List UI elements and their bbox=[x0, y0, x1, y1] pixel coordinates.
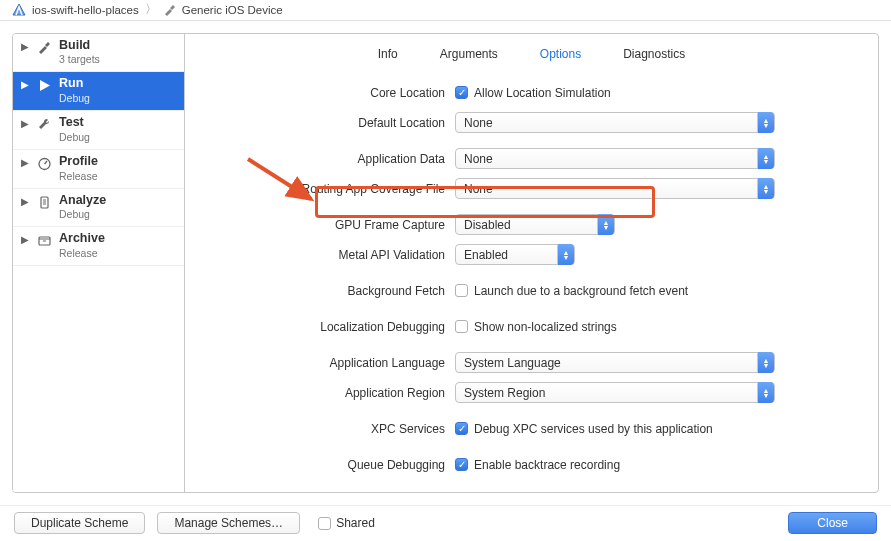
main-area: ▶ Build3 targets ▶ RunDebug ▶ TestDebug … bbox=[0, 21, 891, 505]
chevron-updown-icon: ▲▼ bbox=[757, 352, 774, 373]
queue-debugging-label: Queue Debugging bbox=[185, 458, 455, 472]
default-location-select[interactable]: None▲▼ bbox=[455, 112, 775, 133]
duplicate-scheme-button[interactable]: Duplicate Scheme bbox=[14, 512, 145, 534]
sidebar-item-label: Test bbox=[59, 116, 90, 130]
sidebar-item-analyze[interactable]: ▶ AnalyzeDebug bbox=[13, 189, 184, 228]
scheme-sidebar: ▶ Build3 targets ▶ RunDebug ▶ TestDebug … bbox=[13, 34, 185, 492]
manage-schemes-button[interactable]: Manage Schemes… bbox=[157, 512, 300, 534]
sidebar-item-label: Build bbox=[59, 39, 100, 53]
hammer-icon bbox=[163, 3, 176, 16]
play-icon bbox=[37, 77, 53, 93]
application-data-select[interactable]: None▲▼ bbox=[455, 148, 775, 169]
gpu-frame-capture-label: GPU Frame Capture bbox=[185, 218, 455, 232]
disclosure-triangle-icon[interactable]: ▶ bbox=[21, 39, 31, 52]
sidebar-item-archive[interactable]: ▶ ArchiveRelease bbox=[13, 227, 184, 266]
sidebar-item-subtitle: Debug bbox=[59, 208, 106, 220]
wrench-icon bbox=[37, 116, 53, 132]
application-language-select[interactable]: System Language▲▼ bbox=[455, 352, 775, 373]
tab-options[interactable]: Options bbox=[534, 43, 587, 65]
gpu-frame-capture-select[interactable]: Disabled▲▼ bbox=[455, 214, 615, 235]
scheme-editor-window: ios-swift-hello-places 〉 Generic iOS Dev… bbox=[0, 0, 891, 541]
breadcrumb-project[interactable]: ios-swift-hello-places bbox=[32, 4, 139, 16]
gauge-icon bbox=[37, 155, 53, 171]
disclosure-triangle-icon[interactable]: ▶ bbox=[21, 116, 31, 129]
queue-checkbox[interactable] bbox=[455, 458, 468, 471]
allow-location-simulation-checkbox[interactable] bbox=[455, 86, 468, 99]
tab-diagnostics[interactable]: Diagnostics bbox=[617, 43, 691, 65]
application-data-label: Application Data bbox=[185, 152, 455, 166]
routing-file-label: Routing App Coverage File bbox=[185, 182, 455, 196]
shared-checkbox[interactable] bbox=[318, 517, 331, 530]
breadcrumb-target[interactable]: Generic iOS Device bbox=[182, 4, 283, 16]
sidebar-item-profile[interactable]: ▶ ProfileRelease bbox=[13, 150, 184, 189]
routing-file-select[interactable]: None▲▼ bbox=[455, 178, 775, 199]
footer-bar: Duplicate Scheme Manage Schemes… Shared … bbox=[0, 505, 891, 541]
disclosure-triangle-icon[interactable]: ▶ bbox=[21, 77, 31, 90]
sidebar-item-subtitle: Release bbox=[59, 247, 105, 259]
chevron-updown-icon: ▲▼ bbox=[557, 244, 574, 265]
hammer-icon bbox=[37, 39, 53, 55]
default-location-label: Default Location bbox=[185, 116, 455, 130]
disclosure-triangle-icon[interactable]: ▶ bbox=[21, 155, 31, 168]
localization-text: Show non-localized strings bbox=[474, 320, 617, 334]
sidebar-item-build[interactable]: ▶ Build3 targets bbox=[13, 34, 184, 73]
background-fetch-checkbox[interactable] bbox=[455, 284, 468, 297]
xpc-services-label: XPC Services bbox=[185, 422, 455, 436]
sidebar-item-test[interactable]: ▶ TestDebug bbox=[13, 111, 184, 150]
sidebar-item-label: Analyze bbox=[59, 194, 106, 208]
xpc-checkbox[interactable] bbox=[455, 422, 468, 435]
allow-location-simulation-text: Allow Location Simulation bbox=[474, 86, 611, 100]
background-fetch-label: Background Fetch bbox=[185, 284, 455, 298]
sidebar-item-label: Profile bbox=[59, 155, 98, 169]
archive-icon bbox=[37, 232, 53, 248]
application-region-select[interactable]: System Region▲▼ bbox=[455, 382, 775, 403]
sidebar-item-subtitle: Debug bbox=[59, 92, 90, 104]
localization-debugging-label: Localization Debugging bbox=[185, 320, 455, 334]
metal-validation-label: Metal API Validation bbox=[185, 248, 455, 262]
shared-label: Shared bbox=[336, 516, 375, 530]
breadcrumb-separator: 〉 bbox=[145, 2, 157, 17]
localization-checkbox[interactable] bbox=[455, 320, 468, 333]
background-fetch-text: Launch due to a background fetch event bbox=[474, 284, 688, 298]
core-location-label: Core Location bbox=[185, 86, 455, 100]
xcode-project-icon bbox=[12, 3, 26, 17]
breadcrumb: ios-swift-hello-places 〉 Generic iOS Dev… bbox=[0, 0, 891, 21]
close-button[interactable]: Close bbox=[788, 512, 877, 534]
disclosure-triangle-icon[interactable]: ▶ bbox=[21, 194, 31, 207]
xpc-text: Debug XPC services used by this applicat… bbox=[474, 422, 713, 436]
analyze-icon bbox=[37, 194, 53, 210]
sidebar-item-run[interactable]: ▶ RunDebug bbox=[13, 72, 184, 111]
sidebar-item-label: Archive bbox=[59, 232, 105, 246]
chevron-updown-icon: ▲▼ bbox=[757, 112, 774, 133]
sidebar-item-label: Run bbox=[59, 77, 90, 91]
tab-arguments[interactable]: Arguments bbox=[434, 43, 504, 65]
chevron-updown-icon: ▲▼ bbox=[757, 178, 774, 199]
sidebar-item-subtitle: 3 targets bbox=[59, 53, 100, 65]
sidebar-item-subtitle: Debug bbox=[59, 131, 90, 143]
queue-text: Enable backtrace recording bbox=[474, 458, 620, 472]
chevron-updown-icon: ▲▼ bbox=[757, 148, 774, 169]
disclosure-triangle-icon[interactable]: ▶ bbox=[21, 232, 31, 245]
options-form: Core Location Allow Location Simulation … bbox=[185, 66, 878, 492]
application-region-label: Application Region bbox=[185, 386, 455, 400]
tab-bar: Info Arguments Options Diagnostics bbox=[185, 34, 878, 66]
content-pane: Info Arguments Options Diagnostics Core … bbox=[185, 34, 878, 492]
sidebar-item-subtitle: Release bbox=[59, 170, 98, 182]
chevron-updown-icon: ▲▼ bbox=[597, 214, 614, 235]
application-language-label: Application Language bbox=[185, 356, 455, 370]
chevron-updown-icon: ▲▼ bbox=[757, 382, 774, 403]
metal-validation-select[interactable]: Enabled▲▼ bbox=[455, 244, 575, 265]
tab-info[interactable]: Info bbox=[372, 43, 404, 65]
